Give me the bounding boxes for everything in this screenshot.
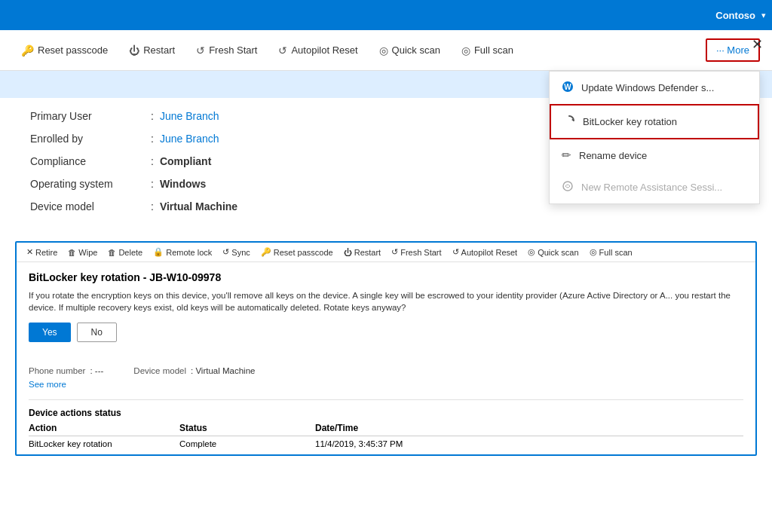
phone-field: Phone number : --- [29, 366, 103, 375]
inner-power-icon: ⏻ [344, 248, 352, 257]
col-header-status: Status [179, 423, 315, 433]
inner-toolbar: ✕ Retire 🗑 Wipe 🗑 Delete 🔒 Remote lock ↺… [17, 243, 755, 262]
full-scan-button[interactable]: ◎ Full scan [452, 40, 522, 61]
actions-title: Device actions status [29, 408, 743, 418]
quick-scan-icon: ◎ [379, 44, 388, 57]
svg-text:W: W [564, 83, 571, 91]
inner-reset-passcode-button[interactable]: 🔑 Reset passcode [257, 246, 337, 258]
rename-device-label: Rename device [579, 150, 647, 161]
compliance-value: Compliant [160, 155, 211, 167]
fresh-start-button[interactable]: ↺ Fresh Start [187, 40, 266, 61]
inner-fresh-start-icon: ↺ [391, 247, 398, 257]
defender-icon: W [562, 81, 574, 95]
company-logo: Contoso [715, 10, 755, 21]
see-more-link[interactable]: See more [29, 380, 743, 389]
inner-restart-button[interactable]: ⏻ Restart [340, 246, 384, 258]
inner-device-model-value: : Virtual Machine [191, 366, 255, 375]
main-panel: ✕ 🔑 Reset passcode ⏻ Restart ↺ Fresh Sta… [0, 30, 772, 532]
remote-assistance-label: New Remote Assistance Sessi... [581, 182, 722, 193]
modal-title: BitLocker key rotation - JB-W10-09978 [29, 271, 743, 283]
status-fields: Phone number : --- Device model : Virtua… [29, 363, 743, 378]
rename-icon: ✏ [562, 148, 571, 162]
update-defender-label: Update Windows Defender s... [581, 82, 714, 93]
actions-header: Action Status Date/Time [29, 423, 743, 436]
svg-point-3 [563, 182, 572, 191]
inner-autopilot-icon: ↺ [452, 247, 459, 257]
device-model-value: Virtual Machine [160, 200, 237, 212]
top-bar: Contoso ▾ [0, 0, 772, 30]
inner-autopilot-reset-button[interactable]: ↺ Autopilot Reset [449, 246, 522, 258]
phone-value: : --- [90, 366, 103, 375]
col-header-datetime: Date/Time [315, 423, 743, 433]
os-value: Windows [160, 178, 206, 190]
wipe-icon: 🗑 [68, 248, 76, 257]
inner-quick-scan-button[interactable]: ◎ Quick scan [524, 246, 582, 258]
inner-fresh-start-button[interactable]: ↺ Fresh Start [388, 246, 445, 258]
enrolled-by-label: Enrolled by [30, 133, 151, 145]
sync-icon: ↺ [222, 247, 229, 257]
inner-sync-button[interactable]: ↺ Sync [219, 246, 253, 258]
top-bar-chevron: ▾ [761, 11, 766, 20]
no-button[interactable]: No [77, 323, 117, 342]
bitlocker-icon [563, 115, 575, 129]
inner-delete-button[interactable]: 🗑 Delete [104, 246, 146, 258]
table-row: BitLocker key rotation Complete 11/4/201… [29, 439, 743, 448]
inner-device-model-field: Device model : Virtual Machine [133, 366, 255, 375]
enrolled-by-value[interactable]: June Branch [160, 133, 219, 145]
action-toolbar: 🔑 Reset passcode ⏻ Restart ↺ Fresh Start… [0, 30, 772, 71]
autopilot-icon: ↺ [278, 44, 287, 57]
inner-retire-button[interactable]: ✕ Retire [23, 246, 61, 258]
action-cell: BitLocker key rotation [29, 439, 179, 448]
device-model-label: Device model [30, 200, 151, 212]
modal-buttons: Yes No [29, 323, 743, 342]
os-label: Operating system [30, 178, 151, 190]
lock-icon: 🔒 [153, 247, 164, 257]
status-section: Phone number : --- Device model : Virtua… [17, 360, 755, 395]
status-cell: Complete [179, 439, 315, 448]
bitlocker-rotation-item[interactable]: BitLocker key rotation [550, 104, 759, 139]
restart-button[interactable]: ⏻ Restart [120, 40, 184, 61]
remote-assistance-item: New Remote Assistance Sessi... [550, 171, 759, 203]
modal-description: If you rotate the encryption keys on thi… [29, 289, 743, 313]
yes-button[interactable]: Yes [29, 323, 71, 342]
primary-user-value[interactable]: June Branch [160, 110, 219, 122]
autopilot-reset-button[interactable]: ↺ Autopilot Reset [269, 40, 366, 61]
actions-table: Device actions status Action Status Date… [17, 405, 755, 454]
compliance-label: Compliance [30, 155, 151, 167]
inner-card: ✕ Retire 🗑 Wipe 🗑 Delete 🔒 Remote lock ↺… [15, 241, 757, 456]
inner-wipe-button[interactable]: 🗑 Wipe [64, 246, 101, 258]
quick-scan-button[interactable]: ◎ Quick scan [370, 40, 449, 61]
phone-label: Phone number [29, 366, 85, 375]
datetime-cell: 11/4/2019, 3:45:37 PM [315, 439, 743, 448]
inner-key-icon: 🔑 [261, 247, 271, 257]
primary-user-label: Primary User [30, 110, 151, 122]
col-header-action: Action [29, 423, 179, 433]
reset-passcode-button[interactable]: 🔑 Reset passcode [12, 40, 117, 61]
inner-device-model-label: Device model [133, 366, 186, 375]
full-scan-icon: ◎ [461, 44, 470, 57]
key-icon: 🔑 [21, 44, 34, 57]
bitlocker-rotation-label: BitLocker key rotation [583, 116, 677, 127]
inner-full-scan-button[interactable]: ◎ Full scan [586, 246, 636, 258]
update-defender-item[interactable]: W Update Windows Defender s... [550, 72, 759, 104]
dropdown-menu: W Update Windows Defender s... BitLocker… [549, 71, 760, 204]
rename-device-item[interactable]: ✏ Rename device [550, 139, 759, 171]
refresh-icon: ↺ [196, 44, 205, 57]
inner-quick-scan-icon: ◎ [528, 247, 535, 257]
retire-icon: ✕ [26, 247, 33, 257]
close-button[interactable]: ✕ [752, 36, 763, 53]
inner-full-scan-icon: ◎ [590, 247, 597, 257]
divider [29, 399, 743, 400]
delete-icon: 🗑 [108, 248, 116, 257]
power-icon: ⏻ [129, 44, 139, 57]
remote-assistance-icon [562, 180, 574, 194]
modal-content: BitLocker key rotation - JB-W10-09978 If… [17, 262, 755, 360]
inner-remote-lock-button[interactable]: 🔒 Remote lock [149, 246, 216, 258]
